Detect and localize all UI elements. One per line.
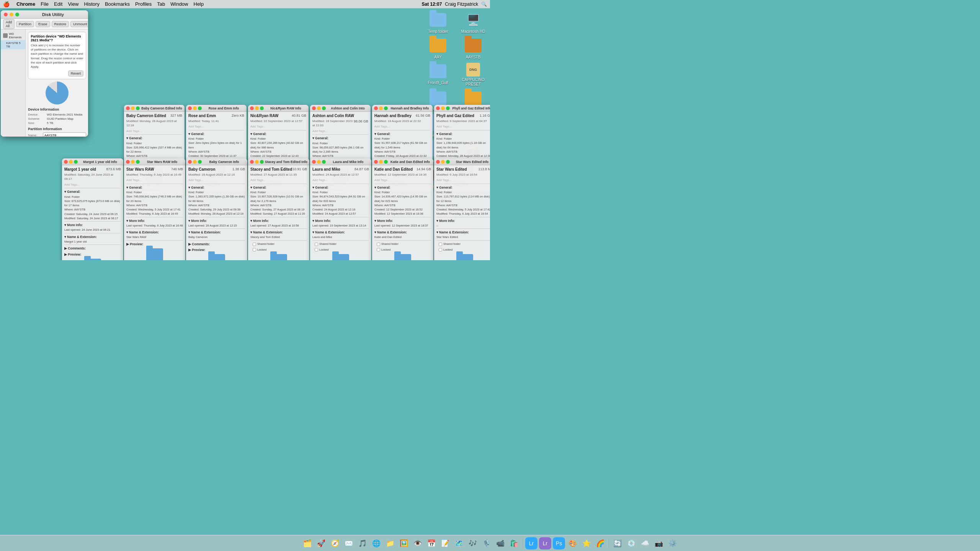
bc-size: 1.38 GB bbox=[232, 167, 245, 172]
kd-locked-checkbox[interactable] bbox=[377, 248, 380, 251]
close-btn[interactable] bbox=[126, 160, 130, 164]
max-btn[interactable] bbox=[74, 160, 78, 164]
close-btn[interactable] bbox=[312, 106, 316, 110]
max-btn[interactable] bbox=[260, 106, 264, 110]
min-btn[interactable] bbox=[441, 160, 445, 164]
app-name[interactable]: Chrome bbox=[16, 1, 35, 7]
lm-nameext-hdr: ▾ Name & Extension: bbox=[312, 230, 369, 235]
menubar-search[interactable]: 🔍 bbox=[481, 2, 487, 7]
close-button[interactable] bbox=[4, 13, 8, 16]
close-btn[interactable] bbox=[188, 160, 192, 164]
close-btn[interactable] bbox=[436, 160, 440, 164]
menu-edit[interactable]: Edit bbox=[54, 1, 62, 7]
swe-shared-checkbox[interactable] bbox=[439, 243, 442, 246]
kd-kind: Kind: Folder bbox=[374, 190, 431, 194]
max-btn[interactable] bbox=[322, 106, 326, 110]
hb-tags[interactable]: Add Tags... bbox=[374, 124, 430, 129]
menu-history[interactable]: History bbox=[84, 1, 99, 7]
close-btn[interactable] bbox=[374, 160, 378, 164]
pg-tags[interactable]: Add Tags... bbox=[436, 124, 490, 129]
menu-help[interactable]: Help bbox=[194, 1, 204, 7]
swe-tags[interactable]: Add Tags... bbox=[436, 178, 490, 183]
btn-revert[interactable]: Revert bbox=[68, 70, 84, 77]
min-btn[interactable] bbox=[131, 106, 135, 110]
min-btn[interactable] bbox=[193, 160, 197, 164]
kd-shared-checkbox[interactable] bbox=[377, 243, 380, 246]
desktop-icon-aaystb[interactable]: AAYSTB bbox=[459, 37, 487, 60]
re-where: Where: AAYSTB bbox=[188, 150, 244, 154]
btn-add-all[interactable]: Add All bbox=[3, 19, 15, 29]
bce-tags[interactable]: Add Tags... bbox=[126, 129, 182, 134]
max-btn[interactable] bbox=[384, 160, 388, 164]
close-btn[interactable] bbox=[188, 106, 192, 110]
ac-tags[interactable]: Add Tags... bbox=[312, 129, 368, 134]
m-tags[interactable]: Add Tags... bbox=[64, 183, 121, 187]
lm-tags[interactable]: Add Tags... bbox=[312, 178, 369, 183]
sidebar-kaystb[interactable]: KAYSTB 5 TB bbox=[1, 40, 25, 49]
kd-created: Created: 12 September 2023 at 16:52 bbox=[374, 207, 431, 212]
min-btn[interactable] bbox=[317, 106, 321, 110]
swr-where: Where: AAYSTB bbox=[126, 203, 183, 207]
swr-size-detail: Size: 746,008,841 bytes (746.3 MB on dis… bbox=[126, 194, 183, 203]
st-more-hdr: ▾ More Info: bbox=[250, 218, 307, 223]
close-btn[interactable] bbox=[374, 106, 378, 110]
kd-name: Katie and Dan Edited bbox=[374, 167, 413, 171]
max-btn[interactable] bbox=[446, 106, 450, 110]
close-btn[interactable] bbox=[312, 160, 316, 164]
max-btn[interactable] bbox=[260, 160, 264, 164]
desktop-icon-temp[interactable]: Temp folder bbox=[424, 11, 452, 34]
nr-tags[interactable]: Add Tags... bbox=[250, 124, 306, 129]
btn-unmount[interactable]: Unmount bbox=[70, 21, 88, 27]
menu-view[interactable]: View bbox=[68, 1, 78, 7]
menu-bookmarks[interactable]: Bookmarks bbox=[105, 1, 130, 7]
max-btn[interactable] bbox=[198, 160, 202, 164]
re-tags[interactable]: Add Tags... bbox=[188, 124, 244, 129]
minimize-button[interactable] bbox=[10, 13, 13, 16]
close-btn[interactable] bbox=[250, 106, 254, 110]
close-btn[interactable] bbox=[126, 106, 130, 110]
desktop-icon-cappucino[interactable]: DNG CAPPUCINO PRESET bbox=[459, 63, 487, 87]
max-btn[interactable] bbox=[136, 106, 140, 110]
menu-profiles[interactable]: Profiles bbox=[135, 1, 152, 7]
max-btn[interactable] bbox=[384, 106, 388, 110]
min-btn[interactable] bbox=[131, 160, 135, 164]
st-locked-checkbox[interactable] bbox=[253, 248, 256, 251]
swr-tags[interactable]: Add Tags... bbox=[126, 178, 183, 183]
max-btn[interactable] bbox=[322, 160, 326, 164]
bc-tags[interactable]: Add Tags... bbox=[188, 178, 245, 183]
partition-name-input[interactable] bbox=[43, 132, 86, 137]
desktop-icon-aay[interactable]: AAY bbox=[424, 37, 452, 60]
min-btn[interactable] bbox=[379, 160, 383, 164]
min-btn[interactable] bbox=[193, 106, 197, 110]
maximize-button[interactable] bbox=[15, 13, 19, 16]
min-btn[interactable] bbox=[69, 160, 73, 164]
sidebar-wd[interactable]: WD Elements bbox=[1, 31, 25, 40]
min-btn[interactable] bbox=[255, 160, 259, 164]
menu-window[interactable]: Window bbox=[170, 1, 188, 7]
btn-erase[interactable]: Erase bbox=[36, 21, 50, 27]
desktop-icon-front9[interactable]: Front9_Golf bbox=[424, 63, 452, 85]
min-btn[interactable] bbox=[255, 106, 259, 110]
phyll-gaz-titlebar: Phyll and Gaz Edited Info bbox=[434, 105, 490, 112]
menu-tab[interactable]: Tab bbox=[157, 1, 165, 7]
close-btn[interactable] bbox=[436, 106, 440, 110]
max-btn[interactable] bbox=[136, 160, 140, 164]
swe-locked-checkbox[interactable] bbox=[439, 248, 442, 251]
close-btn[interactable] bbox=[250, 160, 254, 164]
btn-partition[interactable]: Partition bbox=[16, 21, 34, 27]
menu-file[interactable]: File bbox=[41, 1, 49, 7]
lm-locked-checkbox[interactable] bbox=[315, 248, 318, 251]
kd-tags[interactable]: Add Tags... bbox=[374, 178, 431, 183]
min-btn[interactable] bbox=[441, 106, 445, 110]
max-btn[interactable] bbox=[198, 106, 202, 110]
apple-menu[interactable]: 🍎 bbox=[3, 1, 10, 7]
max-btn[interactable] bbox=[446, 160, 450, 164]
btn-restore[interactable]: Restore bbox=[52, 21, 69, 27]
close-btn[interactable] bbox=[64, 160, 68, 164]
min-btn[interactable] bbox=[379, 106, 383, 110]
lm-shared-checkbox[interactable] bbox=[315, 243, 318, 246]
desktop-icon-machd[interactable]: 🖥️ Macintosh HD bbox=[459, 11, 487, 34]
min-btn[interactable] bbox=[317, 160, 321, 164]
st-tags[interactable]: Add Tags... bbox=[250, 178, 307, 183]
st-shared-checkbox[interactable] bbox=[253, 243, 256, 246]
